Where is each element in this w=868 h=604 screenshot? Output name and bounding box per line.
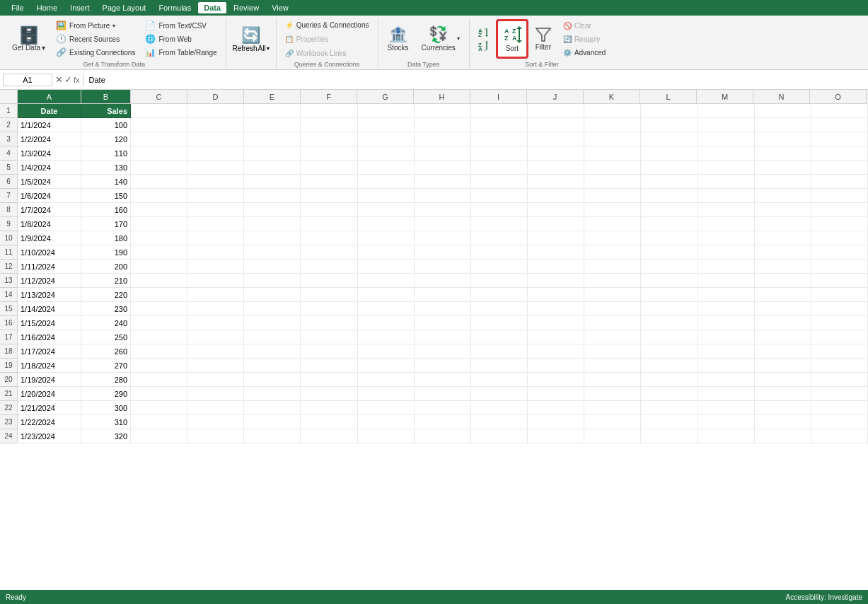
cell-empty-r9-c13[interactable] <box>698 217 755 231</box>
cell-empty-r12-c9[interactable] <box>471 260 528 274</box>
row-number-13[interactable]: 13 <box>0 274 18 288</box>
cell-empty-r4-c13[interactable] <box>698 146 755 161</box>
cell-empty-r24-c15[interactable] <box>811 429 868 443</box>
cell-empty-r10-c10[interactable] <box>528 231 584 245</box>
cell-empty-r9-c14[interactable] <box>755 217 811 231</box>
cell-empty-r13-c8[interactable] <box>415 274 471 288</box>
row-number-5[interactable]: 5 <box>0 161 18 175</box>
row-number-3[interactable]: 3 <box>0 132 18 146</box>
cell-empty-r6-c3[interactable] <box>131 175 187 189</box>
cell-date-8[interactable]: 1/7/2024 <box>18 203 81 217</box>
cell-empty-r18-c4[interactable] <box>187 344 244 359</box>
cell-empty-r13-c9[interactable] <box>471 274 528 288</box>
cell-empty-r15-c14[interactable] <box>755 302 811 316</box>
cell-empty-r1-c12[interactable] <box>641 104 698 118</box>
cell-date-18[interactable]: 1/17/2024 <box>18 344 81 359</box>
cell-empty-r16-c4[interactable] <box>187 316 244 330</box>
cell-empty-r21-c8[interactable] <box>415 387 471 401</box>
cell-empty-r12-c11[interactable] <box>584 260 641 274</box>
cell-empty-r15-c11[interactable] <box>584 302 641 316</box>
cell-empty-r10-c6[interactable] <box>301 231 357 245</box>
cell-empty-r17-c3[interactable] <box>131 330 187 344</box>
cell-empty-r5-c9[interactable] <box>471 161 528 175</box>
cell-empty-r8-c12[interactable] <box>641 203 698 217</box>
get-data-button[interactable]: 🗄️ Get Data ▾ <box>7 20 50 58</box>
cell-empty-r22-c5[interactable] <box>244 401 301 415</box>
col-header-k[interactable]: K <box>584 90 640 104</box>
cell-empty-r10-c12[interactable] <box>641 231 698 245</box>
cell-empty-r21-c11[interactable] <box>584 387 641 401</box>
cell-empty-r2-c12[interactable] <box>641 118 698 132</box>
cell-date-17[interactable]: 1/16/2024 <box>18 330 81 344</box>
cell-sales-5[interactable]: 130 <box>81 161 131 175</box>
cell-empty-r3-c8[interactable] <box>415 132 471 146</box>
row-number-23[interactable]: 23 <box>0 415 18 429</box>
cell-empty-r4-c11[interactable] <box>584 146 641 161</box>
cell-empty-r15-c10[interactable] <box>528 302 584 316</box>
cell-empty-r14-c9[interactable] <box>471 288 528 302</box>
cell-empty-r24-c7[interactable] <box>358 429 415 443</box>
cell-empty-r19-c12[interactable] <box>641 359 698 373</box>
cell-empty-r17-c6[interactable] <box>301 330 357 344</box>
row-number-18[interactable]: 18 <box>0 344 18 359</box>
cell-empty-r3-c4[interactable] <box>187 132 244 146</box>
menu-formulas[interactable]: Formulas <box>153 2 197 13</box>
cell-empty-r17-c14[interactable] <box>755 330 811 344</box>
cell-empty-r9-c10[interactable] <box>528 217 584 231</box>
cell-empty-r21-c6[interactable] <box>301 387 357 401</box>
cell-empty-r12-c10[interactable] <box>528 260 584 274</box>
cell-empty-r7-c10[interactable] <box>528 189 584 203</box>
cell-sales-19[interactable]: 270 <box>81 359 131 373</box>
col-header-c[interactable]: C <box>131 90 187 104</box>
cell-empty-r6-c14[interactable] <box>755 175 811 189</box>
cell-empty-r7-c9[interactable] <box>471 189 528 203</box>
cell-empty-r23-c8[interactable] <box>415 415 471 429</box>
cell-date-21[interactable]: 1/20/2024 <box>18 387 81 401</box>
cell-empty-r11-c3[interactable] <box>131 245 187 260</box>
cell-empty-r10-c3[interactable] <box>131 231 187 245</box>
cell-empty-r14-c10[interactable] <box>528 288 584 302</box>
col-header-i[interactable]: I <box>470 90 527 104</box>
cell-sales-15[interactable]: 230 <box>81 302 131 316</box>
cell-date-4[interactable]: 1/3/2024 <box>18 146 81 161</box>
cell-empty-r16-c9[interactable] <box>471 316 528 330</box>
cell-empty-r23-c7[interactable] <box>358 415 415 429</box>
cell-empty-r19-c4[interactable] <box>187 359 244 373</box>
cell-date-2[interactable]: 1/1/2024 <box>18 118 81 132</box>
cell-empty-r21-c4[interactable] <box>187 387 244 401</box>
cell-empty-r13-c15[interactable] <box>811 274 868 288</box>
cell-empty-r14-c5[interactable] <box>244 288 301 302</box>
cell-empty-r9-c11[interactable] <box>584 217 641 231</box>
cell-empty-r12-c8[interactable] <box>415 260 471 274</box>
cell-sales-13[interactable]: 210 <box>81 274 131 288</box>
cell-empty-r15-c7[interactable] <box>358 302 415 316</box>
cell-empty-r9-c15[interactable] <box>811 217 868 231</box>
cell-date-15[interactable]: 1/14/2024 <box>18 302 81 316</box>
cell-empty-r14-c15[interactable] <box>811 288 868 302</box>
cell-date-9[interactable]: 1/8/2024 <box>18 217 81 231</box>
cell-empty-r20-c11[interactable] <box>584 373 641 387</box>
cell-empty-r21-c15[interactable] <box>811 387 868 401</box>
cell-date-5[interactable]: 1/4/2024 <box>18 161 81 175</box>
cell-empty-r4-c4[interactable] <box>187 146 244 161</box>
cell-empty-r18-c15[interactable] <box>811 344 868 359</box>
cell-empty-r9-c3[interactable] <box>131 217 187 231</box>
cell-empty-r23-c13[interactable] <box>698 415 755 429</box>
cell-sales-22[interactable]: 300 <box>81 401 131 415</box>
cell-empty-r13-c7[interactable] <box>358 274 415 288</box>
cell-empty-r16-c12[interactable] <box>641 316 698 330</box>
cell-empty-r9-c9[interactable] <box>471 217 528 231</box>
cell-date-23[interactable]: 1/22/2024 <box>18 415 81 429</box>
cell-empty-r2-c15[interactable] <box>811 118 868 132</box>
cell-empty-r23-c10[interactable] <box>528 415 584 429</box>
cell-empty-r9-c8[interactable] <box>415 217 471 231</box>
workbook-links-button[interactable]: 🔗 Workbook Links <box>281 47 374 59</box>
cell-empty-r1-c4[interactable] <box>187 104 244 118</box>
cell-empty-r21-c5[interactable] <box>244 387 301 401</box>
cell-empty-r8-c15[interactable] <box>811 203 868 217</box>
filter-button[interactable]: Filter <box>529 20 557 58</box>
sort-ascending-button[interactable]: A Z ↑ <box>474 25 495 38</box>
cell-empty-r17-c5[interactable] <box>244 330 301 344</box>
cell-empty-r17-c15[interactable] <box>811 330 868 344</box>
cell-date-12[interactable]: 1/11/2024 <box>18 260 81 274</box>
